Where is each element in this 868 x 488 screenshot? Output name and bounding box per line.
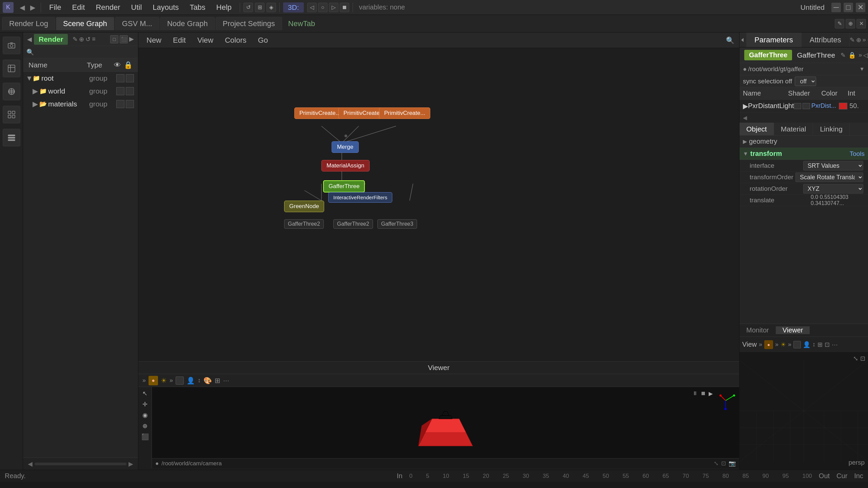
rv-icon-d[interactable]: ⋯	[832, 341, 838, 348]
rp-icon-dots[interactable]: »	[863, 36, 866, 43]
config-icon[interactable]: ≡	[92, 36, 96, 43]
pin-icon[interactable]: ⊕	[79, 36, 84, 43]
sync-dropdown[interactable]: off on	[795, 77, 816, 86]
vt-grid-icon[interactable]: ⊞	[215, 377, 220, 385]
tab-project-settings[interactable]: Project Settings	[216, 17, 282, 30]
vt-render-btn[interactable]: ●	[149, 376, 158, 385]
render-viewport[interactable]: ⏸ ⏹ ▶	[152, 387, 739, 468]
tr-order-select[interactable]: Scale Rotate Translate	[795, 172, 863, 182]
rp-icon-b[interactable]: ◁	[863, 52, 868, 59]
play-btn[interactable]: ▶	[709, 390, 713, 411]
vt-rect-icon[interactable]	[176, 377, 184, 385]
render-ctrl-1[interactable]: ◁	[307, 3, 317, 12]
tab-monitor[interactable]: Monitor	[739, 326, 776, 334]
tr-rot-select[interactable]: XYZ	[803, 184, 863, 194]
tab-material[interactable]: Material	[774, 123, 813, 135]
tool-scene-icon[interactable]	[3, 60, 20, 77]
ng-menu-colors[interactable]: Colors	[221, 35, 250, 46]
tab-attributes[interactable]: Attributes	[802, 33, 850, 47]
vt-more-icon[interactable]: ⋯	[223, 377, 229, 384]
ng-search-icon[interactable]: 🔍	[726, 36, 734, 44]
tab-icon-2[interactable]: ⊕	[846, 19, 855, 28]
rv-icon-c[interactable]: ⊡	[825, 341, 830, 348]
vlt-axis-icon[interactable]: ✛	[142, 401, 147, 408]
node-lock-icon[interactable]: 🔒	[848, 52, 856, 59]
nav-forward[interactable]: ▶	[28, 3, 37, 12]
param-expand-icon[interactable]: ▶	[743, 102, 748, 110]
tools-label[interactable]: Tools	[850, 150, 865, 158]
section-geometry[interactable]: ▶ geometry	[739, 136, 868, 148]
ng-menu-go[interactable]: Go	[255, 35, 271, 46]
maximize-btn[interactable]: □	[844, 3, 853, 12]
menu-file[interactable]: File	[44, 2, 66, 13]
horizontal-scrollbar[interactable]	[35, 463, 126, 465]
root-check1[interactable]	[116, 74, 124, 82]
section-transform[interactable]: ▼ transform Tools	[739, 148, 868, 160]
node-edit-icon[interactable]: ✎	[841, 52, 846, 59]
menu-edit[interactable]: Edit	[67, 2, 90, 13]
node-merge[interactable]: Merge	[332, 141, 359, 153]
tab-parameters[interactable]: Parameters	[746, 33, 802, 47]
ng-menu-view[interactable]: View	[194, 35, 217, 46]
world-check1[interactable]	[116, 87, 124, 95]
rp-collapse-icon[interactable]	[739, 33, 746, 47]
menu-layouts[interactable]: Layouts	[148, 2, 183, 13]
ng-menu-edit[interactable]: Edit	[170, 35, 189, 46]
pause-btn[interactable]: ⏸	[692, 390, 698, 411]
scene-panel-arrows[interactable]: ◀	[27, 36, 32, 43]
tab-icon-close[interactable]: ✕	[856, 19, 866, 28]
tab-scene-graph[interactable]: Scene Graph	[56, 17, 114, 30]
vp-icon-2[interactable]: ⊡	[860, 355, 865, 362]
tool-settings-icon[interactable]	[3, 129, 20, 146]
scroll-right-icon[interactable]: ▶	[126, 460, 135, 468]
expand-icon[interactable]: ▼	[26, 74, 33, 82]
rv-person[interactable]: 👤	[803, 341, 810, 348]
tool-btn-3[interactable]: ◈	[267, 3, 276, 12]
refresh-icon[interactable]: ↺	[85, 36, 91, 43]
col-icon-eye[interactable]: 👁	[114, 61, 121, 69]
menu-render[interactable]: Render	[91, 2, 125, 13]
render-tab[interactable]: Render	[34, 34, 68, 45]
materials-check1[interactable]	[116, 100, 124, 108]
tool-transform-icon[interactable]	[3, 83, 20, 100]
rv-arrows[interactable]: »	[759, 341, 762, 348]
materials-check2[interactable]	[126, 100, 134, 108]
rv-rect[interactable]	[793, 341, 801, 348]
scroll-left-params[interactable]: ◀	[743, 115, 747, 121]
tab-viewer[interactable]: Viewer	[776, 326, 810, 334]
tab-icon-1[interactable]: ✎	[835, 19, 844, 28]
menu-tabs[interactable]: Tabs	[185, 2, 210, 13]
tab-node-graph[interactable]: Node Graph	[160, 17, 215, 30]
rv-arrows2[interactable]: »	[775, 341, 778, 348]
vt-arrows2[interactable]: »	[170, 377, 173, 384]
node-primitivcreate-3[interactable]: PrimitivCreate...	[379, 107, 430, 119]
node-gafferthree2[interactable]: GafferThree2	[284, 219, 324, 229]
rv-icon-b[interactable]: ⊞	[817, 341, 823, 348]
app-icon[interactable]: K	[3, 2, 14, 13]
node-gafferthree3[interactable]: GafferThree3	[377, 219, 417, 229]
rv-icon-a[interactable]: ↕	[812, 341, 815, 348]
right-viewport[interactable]: persp ⤡ ⊡	[739, 352, 868, 470]
tab-object[interactable]: Object	[739, 123, 774, 135]
tab-gsv[interactable]: GSV M...	[115, 17, 159, 30]
mode-3d[interactable]: 3D:	[283, 2, 304, 13]
viewer-fit-icon[interactable]: ⊡	[721, 460, 726, 467]
materials-expand-icon[interactable]: ▶	[33, 100, 39, 108]
vt-sun-icon[interactable]: ☀	[161, 377, 167, 385]
vlt-cursor-icon[interactable]: ↖	[142, 390, 147, 397]
param-color-swatch[interactable]	[839, 103, 847, 109]
tree-materials-item[interactable]: ▶ 📂 materials group	[23, 98, 138, 110]
vt-arrows[interactable]: »	[142, 377, 146, 384]
tree-world-item[interactable]: ▶ 📁 world group	[23, 85, 138, 98]
vt-arrow-icon[interactable]: ↕	[198, 377, 201, 384]
edit-pencil-icon[interactable]: ✎	[73, 36, 78, 43]
stop-btn[interactable]: ⏹	[701, 390, 706, 411]
rp-icon-pencil[interactable]: ✎	[850, 36, 855, 44]
param-check2[interactable]	[803, 103, 810, 109]
root-check2[interactable]	[126, 74, 134, 82]
ng-menu-new[interactable]: New	[143, 35, 165, 46]
tool-grid-icon[interactable]	[3, 106, 20, 123]
render-ctrl-3[interactable]: ▷	[329, 3, 338, 12]
path-expand-icon[interactable]: ▼	[859, 66, 865, 72]
param-row-pxrdistantlight[interactable]: ▶ PxrDistantLight PxrDist... 50.	[739, 100, 868, 113]
